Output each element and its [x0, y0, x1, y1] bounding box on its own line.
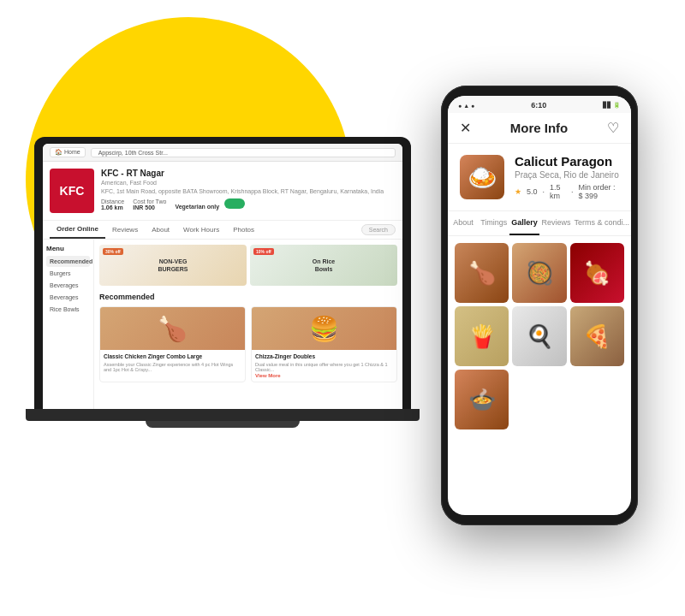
kfc-cuisine: American, Fast Food: [101, 179, 396, 187]
restaurant-meta: ★ 5.0 · 1.5 km · Min order : $ 399: [515, 183, 619, 200]
sidebar-item-beverages-1[interactable]: Beverages: [46, 280, 90, 291]
promotion-banners: 30% off NON-VEGBURGERS 10% off On RiceBo…: [99, 245, 397, 286]
banner-discount-2: 10% off: [253, 248, 274, 255]
gallery-image-7[interactable]: 🍲: [455, 370, 509, 429]
sidebar-item-recommended[interactable]: Recommended: [46, 256, 90, 267]
signal-icons: ● ▲ ●: [458, 103, 474, 109]
tab-gallery[interactable]: Gallery: [509, 211, 540, 235]
kfc-name: KFC - RT Nagar: [101, 169, 396, 178]
separator-dot: ·: [543, 187, 545, 196]
browser-topbar: 🏠 Home Appscirp, 10th Cross Str...: [43, 144, 402, 162]
kfc-distance: Distance1.06 km: [101, 198, 124, 210]
restaurant-tabs: About Timings Gallery Reviews Terms & co…: [448, 211, 631, 236]
nav-reviews[interactable]: Reviews: [105, 222, 145, 238]
min-order: Min order : $ 399: [578, 183, 619, 200]
sidebar-item-rice-bowls[interactable]: Rice Bowls: [46, 304, 90, 315]
url-bar[interactable]: Appscirp, 10th Cross Str...: [91, 148, 396, 157]
kfc-sidebar: Menu Recommended Burgers Beverages Bever…: [43, 240, 94, 409]
menu-title: Menu: [46, 245, 90, 252]
laptop-base: [26, 409, 420, 421]
laptop-mockup: 🏠 Home Appscirp, 10th Cross Str... KFC K…: [34, 137, 411, 428]
restaurant-location: Praça Seca, Rio de Janeiro: [515, 170, 619, 180]
tab-timings[interactable]: Timings: [479, 211, 509, 235]
distance-value: 1.5 km: [550, 183, 566, 200]
banner-rice-bowls[interactable]: 10% off On RiceBowls: [250, 245, 397, 286]
gallery-image-5[interactable]: 🍳: [512, 306, 566, 366]
star-icon: ★: [515, 187, 521, 196]
gallery-image-2[interactable]: 🥘: [512, 243, 566, 303]
nav-about[interactable]: About: [145, 222, 176, 238]
product-zinger-combo[interactable]: 🍗 Classic Chicken Zinger Combo Large Ass…: [99, 306, 246, 382]
kfc-meta: Distance1.06 km Cost for TwoINR 500 Vege…: [101, 198, 396, 210]
gallery-image-4[interactable]: 🍟: [455, 306, 509, 366]
tab-terms[interactable]: Terms & condi...: [572, 211, 631, 235]
phone-screen: ● ▲ ● 6:10 ▊▊ 🔋 ✕ More Info ♡ 🍛 Calicut …: [448, 96, 631, 515]
phone-status-bar: ● ▲ ● 6:10 ▊▊ 🔋: [448, 96, 631, 113]
nav-order-online[interactable]: Order Online: [50, 221, 105, 239]
nav-photos[interactable]: Photos: [226, 222, 261, 238]
phone-battery: ▊▊ 🔋: [603, 102, 621, 109]
kfc-body: Menu Recommended Burgers Beverages Bever…: [43, 240, 402, 409]
gallery-image-6[interactable]: 🍕: [570, 306, 624, 366]
phone-outer: ● ▲ ● 6:10 ▊▊ 🔋 ✕ More Info ♡ 🍛 Calicut …: [441, 86, 638, 525]
product-info-2: Chizza-Zinger Doubles Dual value meal in…: [252, 350, 396, 382]
product-desc-1: Assemble your Classic Zinger experience …: [104, 362, 241, 373]
home-tab[interactable]: 🏠 Home: [50, 147, 86, 157]
page-title: More Info: [510, 121, 569, 135]
section-recommended: Recommended: [99, 293, 397, 301]
laptop-content: 🏠 Home Appscirp, 10th Cross Str... KFC K…: [43, 144, 402, 409]
phone-mockup: ● ▲ ● 6:10 ▊▊ 🔋 ✕ More Info ♡ 🍛 Calicut …: [441, 86, 638, 525]
product-name-2: Chizza-Zinger Doubles: [255, 353, 393, 360]
kfc-restaurant-header: KFC KFC - RT Nagar American, Fast Food K…: [43, 162, 402, 221]
gallery-image-3[interactable]: 🍖: [570, 243, 624, 303]
search-input[interactable]: Search: [361, 224, 396, 235]
product-img-1: 🍗: [100, 307, 245, 350]
view-more-link[interactable]: View More: [255, 373, 393, 378]
kfc-address: KFC, 1st Main Road, opposite BATA Showro…: [101, 187, 396, 195]
veg-toggle[interactable]: [224, 198, 245, 209]
laptop-screen: 🏠 Home Appscirp, 10th Cross Str... KFC K…: [34, 137, 411, 409]
phone-header: ✕ More Info ♡: [448, 113, 631, 144]
banner-non-veg[interactable]: 30% off NON-VEGBURGERS: [99, 245, 247, 286]
wishlist-heart-icon[interactable]: ♡: [607, 120, 619, 136]
laptop-stand: [146, 421, 300, 428]
restaurant-thumbnail: 🍛: [460, 155, 504, 199]
phone-time: 6:10: [531, 101, 546, 110]
kfc-veg: Vegetarian only: [175, 198, 245, 210]
restaurant-name: Calicut Paragon: [515, 154, 619, 169]
sidebar-item-burgers[interactable]: Burgers: [46, 268, 90, 279]
product-desc-2: Dual value meal in this unique offer whe…: [255, 362, 393, 373]
banner-text-2: On RiceBowls: [313, 258, 335, 273]
kfc-info: KFC - RT Nagar American, Fast Food KFC, …: [101, 169, 396, 210]
gallery-grid: 🍗 🥘 🍖 🍟 🍳 🍕 🍲: [448, 236, 631, 436]
gallery-image-1[interactable]: 🍗: [455, 243, 509, 303]
product-name-1: Classic Chicken Zinger Combo Large: [104, 353, 241, 360]
product-info-1: Classic Chicken Zinger Combo Large Assem…: [100, 350, 245, 376]
banner-text-1: NON-VEGBURGERS: [158, 258, 188, 273]
separator-dot-2: ·: [571, 187, 574, 196]
kfc-navigation: Order Online Reviews About Work Hours Ph…: [43, 221, 402, 240]
nav-work-hours[interactable]: Work Hours: [176, 222, 226, 238]
rating-value: 5.0: [527, 187, 538, 196]
close-button[interactable]: ✕: [460, 120, 471, 136]
kfc-logo: KFC: [50, 169, 94, 213]
product-list: 🍗 Classic Chicken Zinger Combo Large Ass…: [99, 306, 397, 382]
banner-discount-1: 30% off: [103, 248, 123, 255]
tab-reviews[interactable]: Reviews: [539, 211, 572, 235]
kfc-main-content: 30% off NON-VEGBURGERS 10% off On RiceBo…: [94, 240, 402, 409]
restaurant-info: Calicut Paragon Praça Seca, Rio de Janei…: [515, 154, 619, 200]
tab-about[interactable]: About: [448, 211, 479, 235]
product-img-2: 🍔: [252, 307, 396, 350]
product-chizza[interactable]: 🍔 Chizza-Zinger Doubles Dual value meal …: [251, 306, 397, 382]
restaurant-card: 🍛 Calicut Paragon Praça Seca, Rio de Jan…: [448, 144, 631, 211]
sidebar-item-beverages-2[interactable]: Beverages: [46, 292, 90, 303]
kfc-cost: Cost for TwoINR 500: [133, 198, 166, 210]
